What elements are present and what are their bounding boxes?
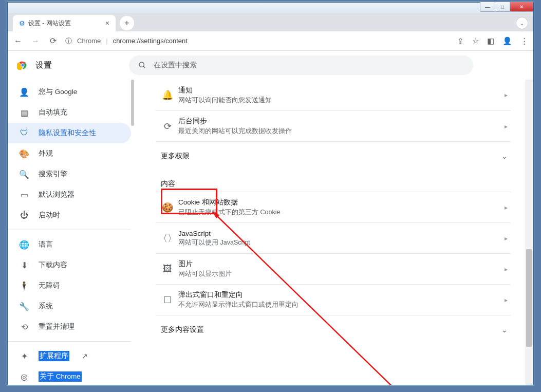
row-title: JavaScript bbox=[178, 230, 505, 237]
os-minimize-button[interactable]: — bbox=[480, 2, 495, 12]
setting-row-notifications[interactable]: 🔔 通知网站可以询问能否向您发送通知 ▸ bbox=[156, 80, 511, 110]
more-permissions-expander[interactable]: 更多权限 ⌄ bbox=[156, 141, 511, 170]
sidebar-item-autofill[interactable]: ▤自动填充 bbox=[8, 102, 131, 123]
share-icon[interactable]: ⇪ bbox=[457, 36, 464, 46]
browser-toolbar: ← → ⟳ ⓘ Chrome | chrome://settings/conte… bbox=[8, 31, 533, 51]
sidebar-item-label: 您与 Google bbox=[39, 87, 77, 97]
row-title: Cookie 和网站数据 bbox=[178, 198, 505, 207]
sidebar-item-startup[interactable]: ⏻启动时 bbox=[8, 205, 131, 226]
page-content: 设置 在设置中搜索 👤您与 Google ▤自动填充 🛡隐私设置和安全性 🎨外观… bbox=[8, 51, 533, 385]
sidebar-item-label: 关于 Chrome bbox=[39, 371, 82, 382]
os-titlebar: — □ ✕ bbox=[8, 3, 533, 13]
setting-row-images[interactable]: 🖼 图片网站可以显示图片 ▸ bbox=[156, 253, 511, 284]
setting-row-javascript[interactable]: 〈〉 JavaScript网站可以使用 JavaScript ▸ bbox=[156, 222, 511, 253]
settings-search[interactable]: 在设置中搜索 bbox=[129, 55, 473, 75]
sidebar-item-label: 下载内容 bbox=[39, 260, 67, 270]
os-maximize-button[interactable]: □ bbox=[495, 2, 510, 12]
row-title: 图片 bbox=[178, 259, 505, 269]
row-subtitle: 已阻止无痕模式下的第三方 Cookie bbox=[178, 208, 505, 217]
sidebar-item-accessibility[interactable]: 🕴无障碍 bbox=[8, 275, 131, 296]
new-tab-button[interactable]: + bbox=[120, 16, 134, 30]
profile-icon[interactable]: 👤 bbox=[502, 36, 512, 46]
clipboard-icon: ▤ bbox=[19, 108, 29, 118]
sidebar-item-default-browser[interactable]: ▭默认浏览器 bbox=[8, 184, 131, 205]
sidebar-item-downloads[interactable]: ⬇下载内容 bbox=[8, 255, 131, 275]
sidebar-item-extensions[interactable]: ✦扩展程序↗ bbox=[8, 346, 131, 366]
sidebar-scrollbar[interactable] bbox=[131, 80, 134, 126]
chevron-right-icon: ▸ bbox=[505, 204, 508, 211]
wrench-icon: 🔧 bbox=[19, 302, 29, 311]
sidebar-item-privacy[interactable]: 🛡隐私设置和安全性 bbox=[8, 123, 131, 143]
chevron-right-icon: ▸ bbox=[505, 266, 508, 273]
os-close-button[interactable]: ✕ bbox=[510, 2, 533, 12]
bell-icon: 🔔 bbox=[157, 89, 178, 101]
sidebar-item-reset[interactable]: ⟲重置并清理 bbox=[8, 316, 131, 337]
sidebar-item-search[interactable]: 🔍搜索引擎 bbox=[8, 164, 131, 184]
annotation-highlight-box bbox=[161, 189, 217, 214]
side-panel-icon[interactable]: ◧ bbox=[487, 36, 494, 46]
url-divider: | bbox=[106, 37, 107, 45]
chevron-right-icon: ▸ bbox=[505, 123, 508, 130]
sidebar-item-system[interactable]: 🔧系统 bbox=[8, 296, 131, 316]
row-subtitle: 最近关闭的网站可以完成数据收发操作 bbox=[178, 127, 505, 136]
page-title: 设置 bbox=[35, 60, 52, 71]
tab-strip: ⚙ 设置 - 网站设置 × + ⌄ bbox=[8, 13, 533, 31]
sidebar-item-label: 无障碍 bbox=[39, 281, 60, 290]
row-subtitle: 网站可以询问能否向您发送通知 bbox=[178, 96, 505, 105]
settings-main: 🔔 通知网站可以询问能否向您发送通知 ▸ ⟳ 后台同步最近关闭的网站可以完成数据… bbox=[141, 80, 525, 385]
sidebar-item-label: 重置并清理 bbox=[39, 322, 74, 331]
row-title: 后台同步 bbox=[178, 117, 505, 126]
sidebar-item-label: 自动填充 bbox=[39, 108, 67, 117]
chevron-down-icon: ⌄ bbox=[501, 326, 508, 334]
sidebar-item-label: 启动时 bbox=[39, 211, 60, 220]
sidebar-item-label: 外观 bbox=[39, 149, 53, 158]
url-scheme-label: Chrome bbox=[77, 37, 101, 45]
external-link-icon: ↗ bbox=[82, 352, 88, 360]
site-info-icon[interactable]: ⓘ bbox=[65, 36, 72, 46]
tab-close-icon[interactable]: × bbox=[105, 19, 109, 27]
forward-button: → bbox=[30, 36, 41, 46]
back-button[interactable]: ← bbox=[13, 36, 23, 46]
row-subtitle: 网站可以使用 JavaScript bbox=[178, 238, 505, 247]
row-title: 弹出式窗口和重定向 bbox=[178, 290, 505, 300]
popup-icon: ☐ bbox=[157, 294, 178, 306]
chevron-right-icon: ▸ bbox=[505, 91, 508, 99]
sidebar-item-about[interactable]: ◎关于 Chrome bbox=[8, 366, 131, 385]
sidebar-item-language[interactable]: 🌐语言 bbox=[8, 234, 131, 255]
address-bar[interactable]: ⓘ Chrome | chrome://settings/content bbox=[65, 36, 450, 46]
more-content-expander[interactable]: 更多内容设置 ⌄ bbox=[156, 315, 511, 344]
puzzle-icon: ✦ bbox=[19, 351, 29, 361]
reload-button[interactable]: ⟳ bbox=[48, 36, 58, 46]
image-icon: 🖼 bbox=[157, 264, 178, 274]
setting-row-popups[interactable]: ☐ 弹出式窗口和重定向不允许网站显示弹出式窗口或使用重定向 ▸ bbox=[156, 284, 511, 315]
chrome-icon: ◎ bbox=[19, 372, 29, 382]
chevron-right-icon: ▸ bbox=[505, 296, 508, 304]
palette-icon: 🎨 bbox=[19, 149, 29, 159]
tabs-dropdown-button[interactable]: ⌄ bbox=[516, 17, 528, 29]
row-title: 通知 bbox=[178, 86, 505, 95]
row-subtitle: 不允许网站显示弹出式窗口或使用重定向 bbox=[178, 301, 505, 309]
restore-icon: ⟲ bbox=[19, 322, 29, 332]
setting-row-background-sync[interactable]: ⟳ 后台同步最近关闭的网站可以完成数据收发操作 ▸ bbox=[156, 110, 511, 141]
search-icon: 🔍 bbox=[19, 170, 29, 179]
code-icon: 〈〉 bbox=[157, 232, 178, 245]
sidebar-item-appearance[interactable]: 🎨外观 bbox=[8, 143, 131, 164]
svg-point-3 bbox=[139, 62, 144, 67]
search-placeholder: 在设置中搜索 bbox=[154, 61, 197, 70]
download-icon: ⬇ bbox=[19, 260, 29, 270]
sidebar-item-you-and-google[interactable]: 👤您与 Google bbox=[8, 82, 131, 102]
os-window: — □ ✕ ⚙ 设置 - 网站设置 × + ⌄ ← → ⟳ ⓘ Chrome | bbox=[7, 2, 534, 385]
section-label: 更多内容设置 bbox=[161, 325, 204, 334]
browser-tab[interactable]: ⚙ 设置 - 网站设置 × bbox=[13, 15, 116, 31]
kebab-menu-icon[interactable]: ⋮ bbox=[520, 36, 528, 46]
globe-icon: 🌐 bbox=[19, 240, 29, 250]
tab-title: 设置 - 网站设置 bbox=[28, 19, 71, 28]
sidebar-item-label: 系统 bbox=[39, 302, 53, 311]
chevron-down-icon: ⌄ bbox=[501, 152, 508, 160]
sidebar-item-label: 隐私设置和安全性 bbox=[39, 128, 96, 138]
scrollbar-thumb[interactable] bbox=[526, 249, 532, 347]
page-scrollbar[interactable] bbox=[525, 80, 533, 385]
url-text: chrome://settings/content bbox=[113, 37, 188, 45]
bookmark-icon[interactable]: ☆ bbox=[472, 36, 479, 46]
accessibility-icon: 🕴 bbox=[19, 281, 29, 291]
